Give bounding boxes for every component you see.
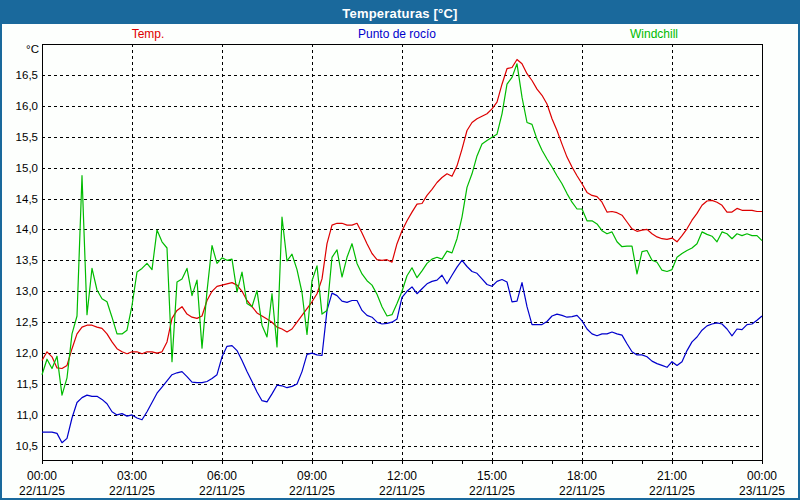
x-tick-time: 00:00 xyxy=(747,469,777,483)
svg-text:13,5: 13,5 xyxy=(16,254,38,266)
svg-text:16,0: 16,0 xyxy=(16,100,38,112)
x-tick-time: 03:00 xyxy=(117,469,147,483)
x-tick-time: 21:00 xyxy=(657,469,687,483)
x-tick-date: 22/11/25 xyxy=(289,484,335,498)
x-tick-time: 00:00 xyxy=(27,469,57,483)
x-tick-time: 15:00 xyxy=(477,469,507,483)
x-tick-time: 06:00 xyxy=(207,469,237,483)
x-tick-time: 18:00 xyxy=(567,469,597,483)
x-tick-date: 23/11/25 xyxy=(739,484,785,498)
x-tick-date: 22/11/25 xyxy=(649,484,695,498)
svg-text:12,0: 12,0 xyxy=(16,347,38,359)
x-tick-time: 12:00 xyxy=(387,469,417,483)
temperature-chart-plot: 16,516,015,515,014,514,013,513,012,512,0… xyxy=(2,2,800,500)
chart-window: Temperaturas [°C] Temp. Punto de rocío W… xyxy=(0,0,800,500)
svg-text:14,0: 14,0 xyxy=(16,223,38,235)
svg-text:13,0: 13,0 xyxy=(16,285,38,297)
svg-text:12,5: 12,5 xyxy=(16,316,38,328)
x-tick-date: 22/11/25 xyxy=(379,484,425,498)
x-tick-date: 22/11/25 xyxy=(199,484,245,498)
svg-text:15,0: 15,0 xyxy=(16,162,38,174)
x-axis-labels: 00:0022/11/2503:0022/11/2506:0022/11/250… xyxy=(19,469,785,498)
svg-text:11,5: 11,5 xyxy=(16,378,38,390)
svg-text:10,5: 10,5 xyxy=(16,440,38,452)
y-axis-unit: °C xyxy=(26,43,39,55)
x-tick-date: 22/11/25 xyxy=(19,484,65,498)
x-tick-time: 09:00 xyxy=(297,469,327,483)
x-tick-date: 22/11/25 xyxy=(109,484,155,498)
svg-text:16,5: 16,5 xyxy=(16,69,38,81)
svg-text:15,5: 15,5 xyxy=(16,131,38,143)
x-tick-date: 22/11/25 xyxy=(469,484,515,498)
y-axis-labels: 16,516,015,515,014,514,013,513,012,512,0… xyxy=(16,43,39,452)
x-tick-date: 22/11/25 xyxy=(559,484,605,498)
svg-text:14,5: 14,5 xyxy=(16,193,38,205)
svg-text:11,0: 11,0 xyxy=(16,409,38,421)
